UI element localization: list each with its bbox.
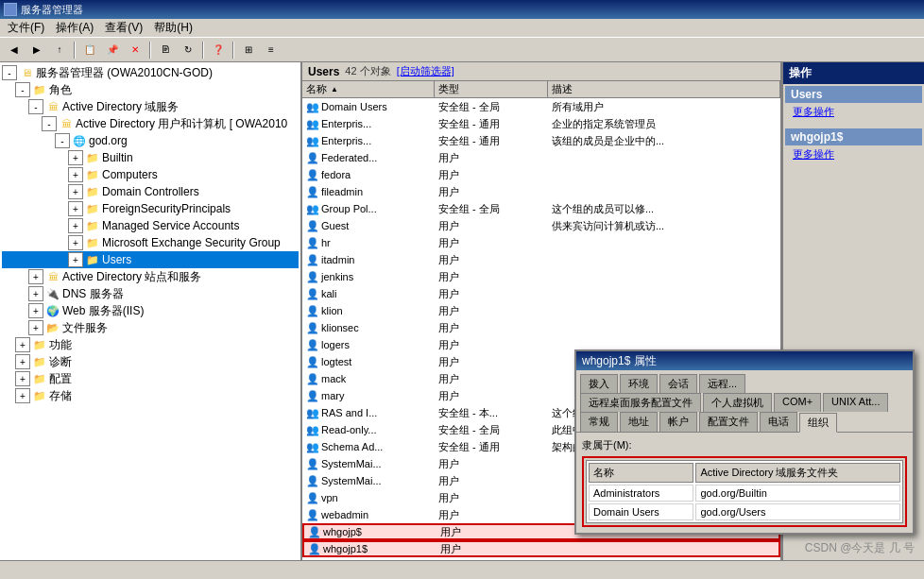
menu-file[interactable]: 文件(F): [2, 18, 50, 38]
tree-item[interactable]: +🏛Active Directory 站点和服务: [2, 268, 299, 285]
toolbar-paste[interactable]: 📌: [102, 41, 123, 60]
tree-item[interactable]: -🌐god.org: [2, 132, 299, 149]
col-header-desc[interactable]: 描述: [548, 81, 780, 97]
tree-expander[interactable]: +: [15, 388, 30, 403]
tree-item[interactable]: +🌍Web 服务器(IIS): [2, 302, 299, 319]
toolbar-help[interactable]: ❓: [208, 41, 229, 60]
toolbar-up[interactable]: ↑: [49, 41, 70, 60]
tree-item[interactable]: -🖥服务器管理器 (OWA2010CN-GOD): [2, 64, 299, 81]
tree-item[interactable]: -🏛Active Directory 域服务: [2, 98, 299, 115]
tree-expander[interactable]: +: [15, 337, 30, 352]
tree-expander[interactable]: +: [28, 303, 43, 318]
tree-item[interactable]: +📁Managed Service Accounts: [2, 217, 299, 234]
tree-item[interactable]: +📁ForeignSecurityPrincipals: [2, 200, 299, 217]
tree-expander[interactable]: +: [15, 354, 30, 369]
tree-expander[interactable]: +: [68, 201, 83, 216]
tree-item[interactable]: +📁Users: [2, 251, 299, 268]
col-header-type[interactable]: 类型: [435, 81, 548, 97]
tab-address[interactable]: 地址: [620, 412, 658, 432]
title-bar: 服务器管理器: [0, 0, 924, 19]
dialog-table-row[interactable]: Domain Usersgod.org/Users: [589, 503, 900, 520]
toolbar-refresh[interactable]: ↻: [178, 41, 198, 60]
toolbar-delete[interactable]: ✕: [125, 41, 145, 60]
dialog-table-row[interactable]: Administratorsgod.org/Builtin: [589, 485, 900, 502]
tree-expander[interactable]: -: [55, 133, 70, 148]
tree-expander[interactable]: +: [68, 252, 83, 267]
list-row[interactable]: 👤jenkins用户: [302, 268, 780, 285]
list-row[interactable]: 👥Enterpris...安全组 - 通用该组的成员是企业中的...: [302, 132, 780, 149]
actions-section-title-users[interactable]: Users: [785, 86, 922, 103]
tree-item[interactable]: +📁Domain Controllers: [2, 183, 299, 200]
tree-item[interactable]: +📂文件服务: [2, 319, 299, 336]
list-row[interactable]: 👤klionsec用户: [302, 319, 780, 336]
tree-expander[interactable]: +: [68, 218, 83, 233]
tab-general[interactable]: 常规: [580, 412, 618, 432]
menu-help[interactable]: 帮助(H): [148, 18, 198, 38]
list-row[interactable]: 👥Group Pol...安全组 - 全局这个组的成员可以修...: [302, 200, 780, 217]
toolbar-copy[interactable]: 📋: [79, 41, 100, 60]
list-row[interactable]: 👤fileadmin用户: [302, 183, 780, 200]
action-more-users[interactable]: 更多操作: [785, 103, 922, 121]
tree-expander[interactable]: +: [28, 320, 43, 335]
tree-item[interactable]: +📁诊断: [2, 353, 299, 370]
tree-item[interactable]: +📁Builtin: [2, 149, 299, 166]
tab-rds-profile[interactable]: 远程桌面服务配置文件: [580, 393, 701, 412]
tree-expander[interactable]: -: [2, 65, 17, 80]
list-row[interactable]: 👤whgojp1$用户: [302, 540, 780, 557]
list-row[interactable]: 👤hr用户: [302, 234, 780, 251]
tab-com[interactable]: COM+: [774, 393, 821, 412]
tree-expander[interactable]: +: [68, 184, 83, 199]
list-cell-name-text: Federated...: [321, 152, 377, 163]
left-panel: -🖥服务器管理器 (OWA2010CN-GOD)-📁角色-🏛Active Dir…: [0, 62, 302, 579]
tree-expander[interactable]: +: [15, 371, 30, 386]
list-row[interactable]: 👥Domain Users安全组 - 全局所有域用户: [302, 98, 780, 115]
tab-env[interactable]: 环境: [620, 374, 658, 393]
menu-view[interactable]: 查看(V): [99, 18, 148, 38]
list-row[interactable]: 👤klion用户: [302, 302, 780, 319]
col-header-name[interactable]: 名称 ▲: [302, 81, 435, 97]
tree-item[interactable]: +🔌DNS 服务器: [2, 285, 299, 302]
list-row[interactable]: 👤itadmin用户: [302, 251, 780, 268]
tree-expander[interactable]: +: [68, 167, 83, 182]
tree-item[interactable]: -📁角色: [2, 81, 299, 98]
filter-link[interactable]: [启动筛选器]: [397, 64, 454, 78]
actions-section-title-whgojp1[interactable]: whgojp1$: [785, 128, 922, 145]
tab-profile[interactable]: 配置文件: [699, 412, 758, 432]
tree-expander[interactable]: +: [68, 235, 83, 250]
tree-expander[interactable]: -: [15, 82, 30, 97]
tab-vm[interactable]: 个人虚拟机: [703, 393, 772, 412]
tree-item[interactable]: +📁配置: [2, 370, 299, 387]
action-more-whgojp1[interactable]: 更多操作: [785, 145, 922, 163]
tree-item[interactable]: +📁功能: [2, 336, 299, 353]
list-row[interactable]: 👤fedora用户: [302, 166, 780, 183]
tab-remote[interactable]: 远程...: [699, 374, 745, 393]
list-row-icon: 👤: [306, 389, 319, 402]
toolbar-properties[interactable]: 🖹: [155, 41, 176, 60]
tree-expander[interactable]: +: [28, 269, 43, 284]
tree-expander[interactable]: -: [42, 116, 57, 131]
tree-item[interactable]: -🏛Active Directory 用户和计算机 [ OWA2010: [2, 115, 299, 132]
toolbar-back[interactable]: ◀: [4, 41, 25, 60]
tab-dialin[interactable]: 拨入: [580, 374, 618, 393]
toolbar-views[interactable]: ⊞: [238, 41, 259, 60]
tree-item[interactable]: +📁存储: [2, 387, 299, 404]
tree-expander[interactable]: +: [68, 150, 83, 165]
list-row[interactable]: 👤Guest用户供来宾访问计算机或访...: [302, 217, 780, 234]
tab-session[interactable]: 会话: [659, 374, 697, 393]
toolbar-sep-1: [74, 42, 76, 59]
toolbar-forward[interactable]: ▶: [26, 41, 47, 60]
list-row[interactable]: 👤Federated...用户: [302, 149, 780, 166]
tab-phone[interactable]: 电话: [760, 412, 797, 432]
tab-org[interactable]: 组织: [799, 413, 837, 433]
tree-expander[interactable]: +: [28, 286, 43, 301]
tab-account[interactable]: 帐户: [659, 412, 697, 432]
tree-expander[interactable]: -: [28, 99, 43, 114]
tree-node-icon: 🏛: [45, 269, 60, 284]
tree-item[interactable]: +📁Computers: [2, 166, 299, 183]
list-row[interactable]: 👤kali用户: [302, 285, 780, 302]
toolbar-list[interactable]: ≡: [261, 41, 282, 60]
tree-item[interactable]: +📁Microsoft Exchange Security Group: [2, 234, 299, 251]
menu-action[interactable]: 操作(A): [50, 18, 99, 38]
list-row[interactable]: 👥Enterpris...安全组 - 通用企业的指定系统管理员: [302, 115, 780, 132]
tab-unix[interactable]: UNIX Att...: [823, 393, 888, 412]
